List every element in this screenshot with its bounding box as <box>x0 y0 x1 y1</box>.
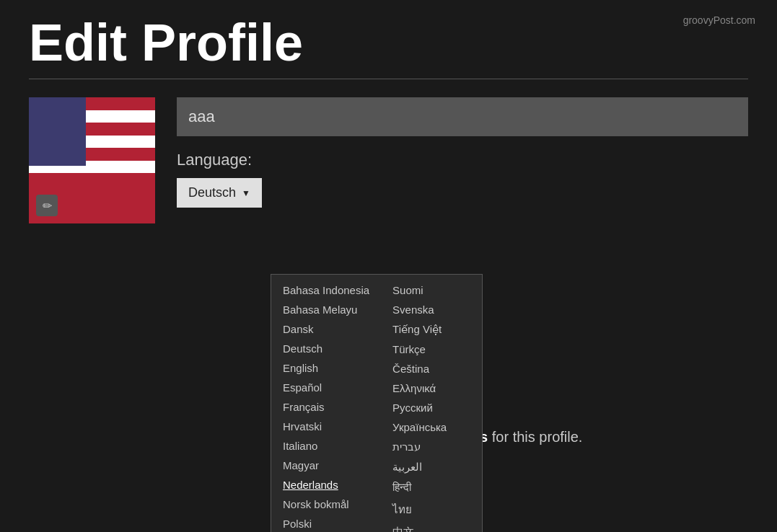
edit-avatar-button[interactable]: ✏ <box>36 195 58 216</box>
lang-hebrew[interactable]: עברית <box>381 437 482 457</box>
lang-magyar[interactable]: Magyar <box>271 456 381 475</box>
lang-hrvatski[interactable]: Hrvatski <box>271 417 381 436</box>
lang-chinese[interactable]: 中文 <box>381 522 482 532</box>
right-panel: Language: Deutsch ▼ <box>177 97 748 208</box>
dropdown-column-1: Bahasa Indonesia Bahasa Melayu Dansk Deu… <box>271 280 381 532</box>
lang-turkce[interactable]: Türkçe <box>381 340 482 359</box>
lang-italiano[interactable]: Italiano <box>271 436 381 456</box>
lang-russian[interactable]: Русский <box>381 398 482 417</box>
lang-bahasa-melayu[interactable]: Bahasa Melayu <box>271 300 381 319</box>
page-title: Edit Profile <box>29 14 748 71</box>
lang-suomi[interactable]: Suomi <box>381 280 482 300</box>
watermark: groovyPost.com <box>683 14 755 26</box>
dropdown-arrow-icon: ▼ <box>242 188 250 198</box>
lang-cestina[interactable]: Čeština <box>381 359 482 378</box>
username-input[interactable] <box>177 97 748 136</box>
page-wrapper: groovyPost.com Edit Profile ✏ <box>0 0 777 238</box>
lang-polski[interactable]: Polski <box>271 514 381 532</box>
content-area: ✏ Language: Deutsch ▼ <box>29 97 748 223</box>
language-select-button[interactable]: Deutsch ▼ <box>177 178 262 208</box>
lang-dansk[interactable]: Dansk <box>271 319 381 339</box>
lang-arabic[interactable]: العربية <box>381 457 482 477</box>
lang-norsk[interactable]: Norsk bokmål <box>271 495 381 514</box>
lang-svenska[interactable]: Svenska <box>381 300 482 319</box>
dropdown-column-2: Suomi Svenska Tiếng Việt Türkçe Čeština … <box>381 280 482 532</box>
lang-english[interactable]: English <box>271 358 381 378</box>
lang-greek[interactable]: Ελληνικά <box>381 378 482 398</box>
avatar: ✏ <box>29 97 155 223</box>
lang-hindi[interactable]: हिन्दी <box>381 477 482 497</box>
lang-ukrainian[interactable]: Українська <box>381 417 482 437</box>
lang-bahasa-indonesia[interactable]: Bahasa Indonesia <box>271 280 381 300</box>
selected-language: Deutsch <box>188 185 236 200</box>
language-dropdown: Bahasa Indonesia Bahasa Melayu Dansk Deu… <box>271 274 483 532</box>
language-label: Language: <box>177 151 748 169</box>
flag-canton <box>29 97 86 166</box>
lang-tieng-viet[interactable]: Tiếng Việt <box>381 319 482 340</box>
lang-deutsch[interactable]: Deutsch <box>271 339 381 358</box>
divider <box>29 79 748 79</box>
lang-francais[interactable]: Français <box>271 397 381 417</box>
stripe-red-4 <box>29 173 155 186</box>
lang-thai[interactable]: ไทย <box>381 497 482 522</box>
lang-espanol[interactable]: Español <box>271 378 381 397</box>
lang-nederlands[interactable]: Nederlands <box>271 475 381 495</box>
